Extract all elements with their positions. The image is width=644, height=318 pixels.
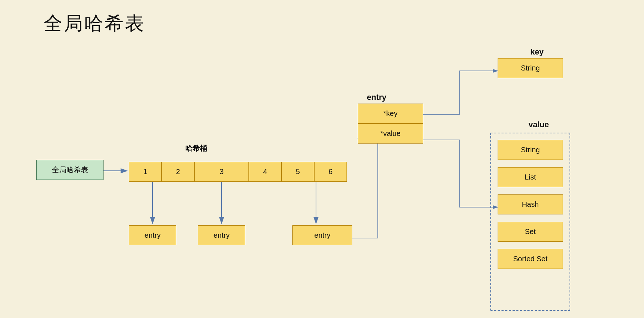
key-label: key [530, 47, 544, 57]
value-set-box: Set [498, 222, 563, 242]
entry-box-1: entry [129, 225, 176, 245]
bucket-cell-3: 3 [194, 162, 249, 182]
bucket-cell-2: 2 [162, 162, 194, 182]
key-string-box: String [498, 58, 563, 78]
value-string-box: String [498, 140, 563, 160]
diagram: 全局哈希表 全局哈希表 哈希桶 [0, 0, 644, 318]
value-list-box: List [498, 167, 563, 187]
hash-bucket-label: 哈希桶 [185, 144, 207, 153]
entry-box-2: entry [198, 225, 245, 245]
value-sorted-set-box: Sorted Set [498, 249, 563, 269]
bucket-cell-5: 5 [282, 162, 314, 182]
entry-box-3: entry [292, 225, 352, 245]
entry-value-field: *value [358, 124, 423, 144]
global-hashtable-box: 全局哈希表 [36, 160, 104, 180]
value-label: value [528, 120, 549, 129]
bucket-cell-1: 1 [129, 162, 162, 182]
page-title: 全局哈希表 [0, 0, 644, 36]
bucket-cell-6: 6 [314, 162, 347, 182]
value-hash-box: Hash [498, 194, 563, 214]
bucket-cell-4: 4 [249, 162, 282, 182]
entry-detail-label: entry [367, 93, 386, 102]
entry-key-field: *key [358, 104, 423, 124]
